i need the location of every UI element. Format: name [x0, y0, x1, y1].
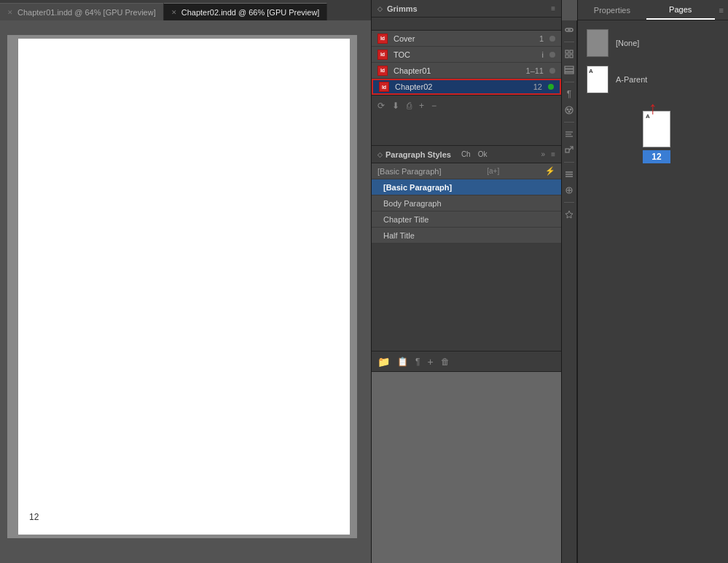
- chapter02-status-dot: [548, 84, 554, 90]
- style-item-half-title[interactable]: Half Title: [372, 228, 561, 244]
- shortcut-icon: [a+]: [487, 167, 499, 175]
- a-parent-label: A-Parent: [616, 75, 647, 84]
- print-icon[interactable]: ⎙: [407, 101, 412, 111]
- para-new-style-icon[interactable]: 📋: [397, 357, 408, 367]
- para-toolbar: 📁 📋 ¶ + 🗑: [372, 351, 561, 371]
- canvas-area: 12: [0, 20, 372, 563]
- remove-document-icon[interactable]: −: [431, 101, 437, 111]
- add-document-icon[interactable]: +: [419, 101, 424, 111]
- style-item-chapter-title[interactable]: Chapter Title: [372, 211, 561, 228]
- book-entry-chapter02[interactable]: Id Chapter02 12: [372, 79, 561, 95]
- para-panel-expand-icon[interactable]: »: [541, 150, 546, 158]
- style-item-body-paragraph[interactable]: Body Paragraph: [372, 195, 561, 211]
- toc-file-icon: Id: [377, 50, 388, 60]
- grimms-panel-header: ◇ Grimms ≡: [372, 0, 561, 18]
- page-12-area: A 12 ↑: [584, 105, 722, 169]
- chapter02-page: 12: [533, 82, 542, 91]
- toc-page: i: [542, 50, 544, 59]
- toolbar-separator-3: [564, 122, 574, 123]
- props-header: Properties Pages ≡: [578, 0, 728, 20]
- grimms-menu-icon[interactable]: ≡: [551, 4, 555, 12]
- grid-icon[interactable]: [563, 47, 576, 61]
- layers-icon[interactable]: [563, 63, 576, 77]
- svg-point-10: [567, 109, 569, 111]
- style-item-basic-para-selected[interactable]: [Basic Paragraph]: [372, 179, 561, 195]
- toolbar-separator-4: [564, 162, 574, 163]
- none-thumb: [587, 29, 608, 57]
- svg-line-17: [569, 147, 573, 150]
- list-icon[interactable]: [563, 168, 576, 181]
- para-panel-menu-icon[interactable]: ≡: [551, 150, 555, 158]
- page-number-badge: 12: [643, 150, 670, 163]
- none-label: [None]: [616, 39, 639, 47]
- body-paragraph-label: Body Paragraph: [383, 199, 442, 208]
- color-swatch-icon[interactable]: [563, 104, 576, 117]
- cover-name: Cover: [394, 34, 533, 43]
- save-icon[interactable]: ⬇: [392, 101, 399, 111]
- para-style-options-icon[interactable]: ¶: [415, 357, 420, 367]
- book-toolbar: ⟳ ⬇ ⎙ + −: [372, 95, 561, 115]
- chapter01-page: 1–11: [526, 66, 544, 75]
- properties-pages-panel: Properties Pages ≡ [None] A A-Parent A: [578, 0, 728, 563]
- book-entries: Id Cover 1 Id TOC i Id Chapter01 1–11 Id…: [372, 31, 561, 95]
- svg-rect-2: [565, 50, 568, 53]
- para-new-group-icon[interactable]: 📁: [377, 356, 390, 368]
- toc-status-dot: [549, 52, 555, 58]
- style-item-basic-para-header[interactable]: [Basic Paragraph] [a+] ⚡: [372, 163, 561, 179]
- effect-icon[interactable]: [563, 208, 576, 221]
- tab-chapter01[interactable]: ✕ Chapter01.indd @ 64% [GPU Preview]: [0, 3, 164, 20]
- chapter01-name: Chapter01: [394, 66, 520, 75]
- chapter02-file-icon: Id: [379, 82, 389, 92]
- para-panel-header: ◇ Paragraph Styles Ch Ok » ≡: [372, 146, 561, 163]
- tab-chapter02[interactable]: ✕ Chapter02.indd @ 66% [GPU Preview]: [164, 3, 328, 20]
- book-entry-cover[interactable]: Id Cover 1: [372, 31, 561, 47]
- toolbar-separator-5: [564, 202, 574, 203]
- page-number-label: 12: [29, 512, 39, 522]
- gray-bg-lower: [372, 372, 561, 563]
- para-delete-style-icon[interactable]: 🗑: [441, 357, 450, 367]
- options-icon[interactable]: [563, 184, 576, 197]
- page-option-none[interactable]: [None]: [584, 26, 722, 60]
- sync-icon[interactable]: ⟳: [377, 101, 385, 111]
- half-title-label: Half Title: [383, 231, 415, 240]
- tab-bar: ✕ Chapter01.indd @ 64% [GPU Preview] ✕ C…: [0, 0, 372, 20]
- basic-para-header-label: [Basic Paragraph]: [377, 167, 441, 176]
- style-list: [Basic Paragraph] [a+] ⚡ [Basic Paragrap…: [372, 163, 561, 244]
- toolbar-separator-1: [564, 42, 574, 42]
- props-menu-icon[interactable]: ≡: [715, 6, 728, 15]
- text-align-icon[interactable]: [563, 128, 576, 141]
- props-divider: [577, 0, 578, 563]
- link-panels-icon[interactable]: [563, 23, 576, 36]
- tab-label-chapter02: Chapter02.indd @ 66% [GPU Preview]: [181, 8, 320, 17]
- svg-point-12: [568, 111, 571, 113]
- para-add-style-icon[interactable]: +: [427, 356, 433, 368]
- tab-close-icon[interactable]: ✕: [7, 9, 13, 16]
- book-entry-chapter01[interactable]: Id Chapter01 1–11: [372, 63, 561, 79]
- page-option-a-parent[interactable]: A A-Parent: [584, 63, 722, 96]
- page-canvas: 12: [7, 35, 357, 538]
- resize-icon[interactable]: [563, 144, 576, 157]
- para-panel-tabs: Ch Ok: [458, 150, 490, 158]
- chapter01-status-dot: [549, 68, 555, 74]
- toc-name: TOC: [394, 50, 536, 59]
- para-tab-ok[interactable]: Ok: [475, 150, 490, 158]
- book-entry-toc[interactable]: Id TOC i: [372, 47, 561, 63]
- para-panel-title: Paragraph Styles: [385, 150, 451, 159]
- grimms-panel: ◇ Grimms ≡ Id Cover 1 Id TOC i Id Chapte…: [372, 0, 561, 146]
- chapter02-name: Chapter02: [395, 82, 528, 91]
- pages-content: [None] A A-Parent A 12 ↑: [578, 20, 728, 175]
- para-tab-ch[interactable]: Ch: [458, 150, 474, 158]
- para-diamond-icon: ◇: [377, 151, 383, 158]
- a-parent-thumb: A: [587, 66, 608, 93]
- tab-label-chapter01: Chapter01.indd @ 64% [GPU Preview]: [17, 8, 156, 17]
- tab-close-icon2[interactable]: ✕: [171, 9, 177, 16]
- paragraph-icon[interactable]: ¶: [563, 88, 576, 101]
- main-divider: [371, 0, 372, 563]
- cover-status-dot: [549, 36, 555, 42]
- svg-rect-4: [565, 55, 568, 58]
- svg-rect-8: [565, 72, 574, 74]
- svg-rect-6: [565, 66, 574, 69]
- cover-page: 1: [539, 34, 544, 43]
- tab-properties[interactable]: Properties: [578, 1, 646, 19]
- tab-pages[interactable]: Pages: [646, 1, 715, 20]
